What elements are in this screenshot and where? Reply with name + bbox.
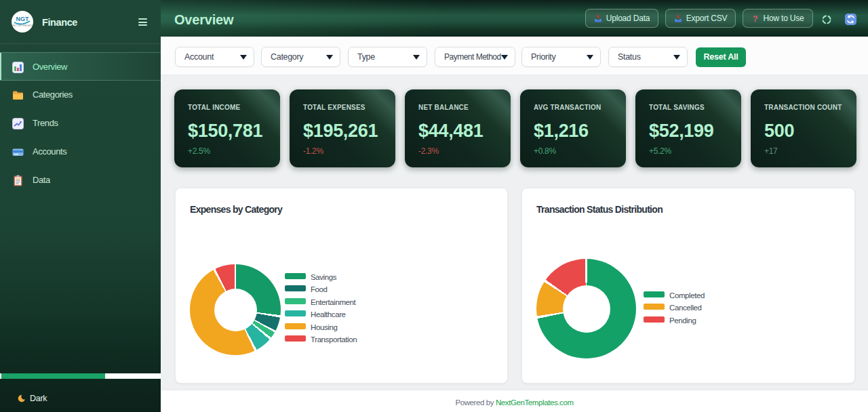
svg-text:NEXT GEN TEMPLATES: NEXT GEN TEMPLATES <box>12 24 32 27</box>
svg-text:?: ? <box>753 14 757 22</box>
svg-text:NGT: NGT <box>16 16 30 22</box>
